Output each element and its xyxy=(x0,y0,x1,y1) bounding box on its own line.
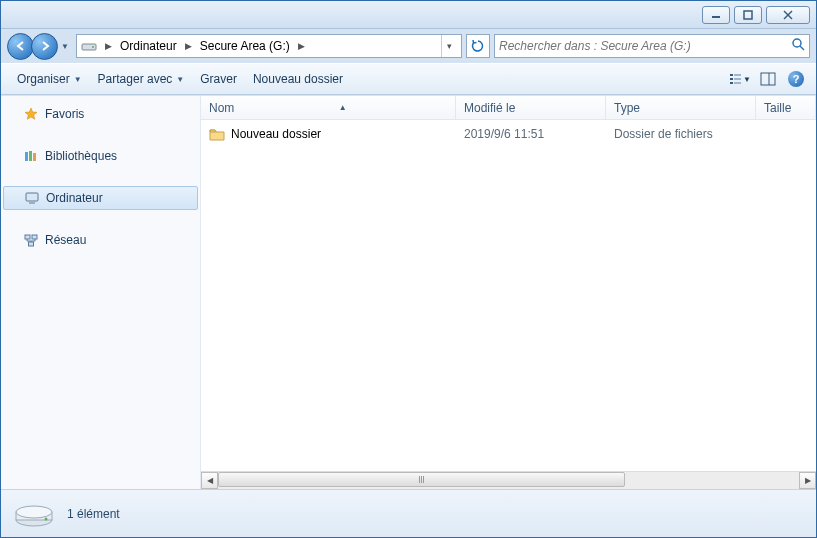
svg-point-5 xyxy=(92,46,94,48)
svg-rect-21 xyxy=(25,235,30,239)
chevron-right-icon[interactable]: ▶ xyxy=(101,41,116,51)
status-text: 1 élément xyxy=(67,507,120,521)
svg-point-6 xyxy=(793,39,801,47)
svg-rect-20 xyxy=(29,202,35,204)
navbar: ▼ ▶ Ordinateur ▶ Secure Area (G:) ▶ ▾ xyxy=(1,29,816,63)
chevron-down-icon: ▼ xyxy=(743,75,751,84)
minimize-button[interactable] xyxy=(702,6,730,24)
sidebar: Favoris Bibliothèques Ordinateur Réseau xyxy=(1,96,201,489)
svg-rect-11 xyxy=(734,78,741,80)
folder-icon xyxy=(209,126,225,142)
status-bar: 1 élément xyxy=(1,489,816,537)
titlebar xyxy=(1,1,816,29)
file-list[interactable]: Nouveau dossier 2019/9/6 11:51 Dossier d… xyxy=(201,120,816,471)
chevron-down-icon: ▼ xyxy=(74,75,82,84)
help-icon: ? xyxy=(788,71,804,87)
organize-button[interactable]: Organiser▼ xyxy=(9,68,90,90)
main-pane: Nom▲ Modifié le Type Taille Nouveau doss… xyxy=(201,96,816,489)
breadcrumb: ▶ Ordinateur ▶ Secure Area (G:) ▶ xyxy=(101,37,309,55)
address-dropdown[interactable]: ▾ xyxy=(441,35,457,57)
chevron-down-icon: ▼ xyxy=(176,75,184,84)
svg-rect-9 xyxy=(734,74,741,76)
scroll-track[interactable] xyxy=(218,472,799,489)
network-icon xyxy=(23,232,39,248)
column-name[interactable]: Nom▲ xyxy=(201,96,456,119)
scroll-thumb[interactable] xyxy=(218,472,625,487)
svg-rect-23 xyxy=(29,242,34,246)
file-modified: 2019/9/6 11:51 xyxy=(464,127,544,141)
sidebar-item-label: Ordinateur xyxy=(46,191,103,205)
breadcrumb-drive[interactable]: Secure Area (G:) xyxy=(196,37,294,55)
svg-point-31 xyxy=(45,517,48,520)
close-button[interactable] xyxy=(766,6,810,24)
search-box[interactable] xyxy=(494,34,810,58)
horizontal-scrollbar[interactable]: ◀ ▶ xyxy=(201,471,816,489)
share-button[interactable]: Partager avec▼ xyxy=(90,68,193,90)
sidebar-item-computer[interactable]: Ordinateur xyxy=(3,186,198,210)
svg-point-30 xyxy=(16,506,52,518)
burn-button[interactable]: Graver xyxy=(192,68,245,90)
forward-button[interactable] xyxy=(31,33,58,60)
svg-rect-12 xyxy=(730,82,733,84)
chevron-right-icon[interactable]: ▶ xyxy=(294,41,309,51)
sidebar-item-favorites[interactable]: Favoris xyxy=(1,102,200,126)
help-button[interactable]: ? xyxy=(784,67,808,91)
view-options-button[interactable]: ▼ xyxy=(728,67,752,91)
nav-history-dropdown[interactable]: ▼ xyxy=(58,33,72,60)
drive-icon xyxy=(81,38,97,54)
svg-rect-18 xyxy=(33,153,36,161)
scroll-left-button[interactable]: ◀ xyxy=(201,472,218,489)
maximize-button[interactable] xyxy=(734,6,762,24)
computer-icon xyxy=(24,190,40,206)
sidebar-item-label: Bibliothèques xyxy=(45,149,117,163)
search-icon[interactable] xyxy=(791,37,805,55)
table-row[interactable]: Nouveau dossier 2019/9/6 11:51 Dossier d… xyxy=(201,120,816,148)
sidebar-item-label: Favoris xyxy=(45,107,84,121)
svg-rect-1 xyxy=(744,11,752,19)
address-bar[interactable]: ▶ Ordinateur ▶ Secure Area (G:) ▶ ▾ xyxy=(76,34,462,58)
svg-rect-8 xyxy=(730,74,733,76)
file-type: Dossier de fichiers xyxy=(614,127,713,141)
svg-rect-10 xyxy=(730,78,733,80)
body: Favoris Bibliothèques Ordinateur Réseau xyxy=(1,95,816,489)
explorer-window: ▼ ▶ Ordinateur ▶ Secure Area (G:) ▶ ▾ xyxy=(0,0,817,538)
sidebar-item-libraries[interactable]: Bibliothèques xyxy=(1,144,200,168)
breadcrumb-computer[interactable]: Ordinateur xyxy=(116,37,181,55)
preview-pane-button[interactable] xyxy=(756,67,780,91)
scroll-right-button[interactable]: ▶ xyxy=(799,472,816,489)
drive-large-icon xyxy=(13,498,55,530)
libraries-icon xyxy=(23,148,39,164)
file-name: Nouveau dossier xyxy=(231,127,321,141)
svg-rect-0 xyxy=(712,16,720,18)
sort-asc-icon: ▲ xyxy=(339,103,347,112)
svg-rect-19 xyxy=(26,193,38,201)
column-headers: Nom▲ Modifié le Type Taille xyxy=(201,96,816,120)
svg-rect-13 xyxy=(734,82,741,84)
column-modified[interactable]: Modifié le xyxy=(456,96,606,119)
column-type[interactable]: Type xyxy=(606,96,756,119)
svg-line-7 xyxy=(800,46,804,50)
new-folder-button[interactable]: Nouveau dossier xyxy=(245,68,351,90)
sidebar-item-network[interactable]: Réseau xyxy=(1,228,200,252)
svg-rect-22 xyxy=(32,235,37,239)
search-input[interactable] xyxy=(499,39,791,53)
star-icon xyxy=(23,106,39,122)
back-button[interactable] xyxy=(7,33,34,60)
svg-rect-14 xyxy=(761,73,775,85)
column-size[interactable]: Taille xyxy=(756,96,816,119)
nav-buttons: ▼ xyxy=(7,33,72,60)
toolbar: Organiser▼ Partager avec▼ Graver Nouveau… xyxy=(1,63,816,95)
svg-rect-16 xyxy=(25,152,28,161)
chevron-right-icon[interactable]: ▶ xyxy=(181,41,196,51)
svg-rect-17 xyxy=(29,151,32,161)
sidebar-item-label: Réseau xyxy=(45,233,86,247)
refresh-button[interactable] xyxy=(466,34,490,58)
